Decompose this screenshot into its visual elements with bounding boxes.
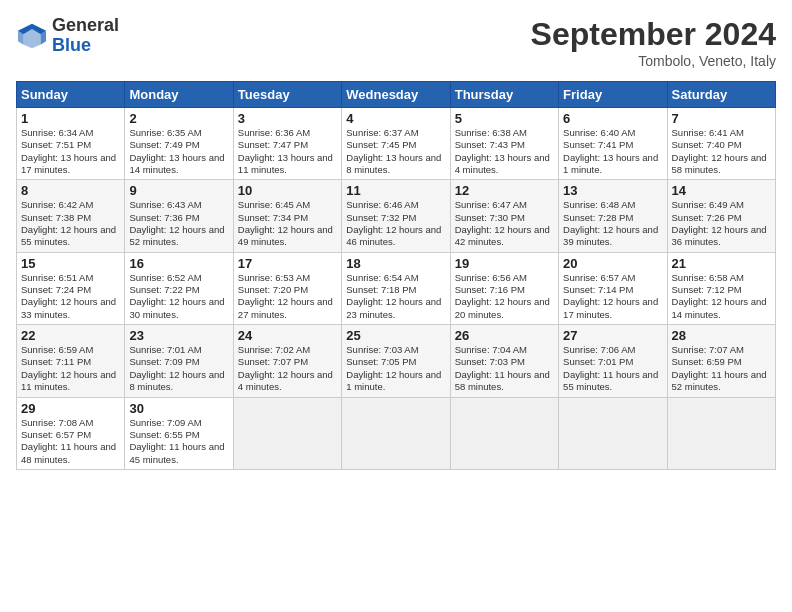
day-number: 5 [455,111,554,126]
day-cell [450,397,558,469]
calendar-body: 1 Sunrise: 6:34 AM Sunset: 7:51 PM Dayli… [17,108,776,470]
logo: General Blue [16,16,119,56]
week-row-4: 22 Sunrise: 6:59 AM Sunset: 7:11 PM Dayl… [17,325,776,397]
day-cell: 8 Sunrise: 6:42 AM Sunset: 7:38 PM Dayli… [17,180,125,252]
day-number: 22 [21,328,120,343]
day-info: Sunrise: 6:42 AM Sunset: 7:38 PM Dayligh… [21,199,120,248]
day-info: Sunrise: 6:35 AM Sunset: 7:49 PM Dayligh… [129,127,228,176]
day-number: 2 [129,111,228,126]
header-wednesday: Wednesday [342,82,450,108]
main-container: General Blue September 2024 Tombolo, Ven… [0,0,792,478]
day-cell: 27 Sunrise: 7:06 AM Sunset: 7:01 PM Dayl… [559,325,667,397]
day-cell: 25 Sunrise: 7:03 AM Sunset: 7:05 PM Dayl… [342,325,450,397]
day-number: 23 [129,328,228,343]
day-cell: 17 Sunrise: 6:53 AM Sunset: 7:20 PM Dayl… [233,252,341,324]
day-cell [559,397,667,469]
day-cell: 7 Sunrise: 6:41 AM Sunset: 7:40 PM Dayli… [667,108,775,180]
day-info: Sunrise: 7:07 AM Sunset: 6:59 PM Dayligh… [672,344,771,393]
day-info: Sunrise: 6:53 AM Sunset: 7:20 PM Dayligh… [238,272,337,321]
day-info: Sunrise: 6:48 AM Sunset: 7:28 PM Dayligh… [563,199,662,248]
day-cell: 11 Sunrise: 6:46 AM Sunset: 7:32 PM Dayl… [342,180,450,252]
location: Tombolo, Veneto, Italy [531,53,776,69]
header: General Blue September 2024 Tombolo, Ven… [16,16,776,69]
header-friday: Friday [559,82,667,108]
day-number: 3 [238,111,337,126]
header-saturday: Saturday [667,82,775,108]
day-info: Sunrise: 6:45 AM Sunset: 7:34 PM Dayligh… [238,199,337,248]
day-info: Sunrise: 6:54 AM Sunset: 7:18 PM Dayligh… [346,272,445,321]
day-info: Sunrise: 6:52 AM Sunset: 7:22 PM Dayligh… [129,272,228,321]
day-cell: 2 Sunrise: 6:35 AM Sunset: 7:49 PM Dayli… [125,108,233,180]
day-info: Sunrise: 6:49 AM Sunset: 7:26 PM Dayligh… [672,199,771,248]
day-cell: 15 Sunrise: 6:51 AM Sunset: 7:24 PM Dayl… [17,252,125,324]
day-cell: 14 Sunrise: 6:49 AM Sunset: 7:26 PM Dayl… [667,180,775,252]
day-number: 15 [21,256,120,271]
day-info: Sunrise: 7:03 AM Sunset: 7:05 PM Dayligh… [346,344,445,393]
day-cell: 28 Sunrise: 7:07 AM Sunset: 6:59 PM Dayl… [667,325,775,397]
day-number: 20 [563,256,662,271]
day-info: Sunrise: 6:34 AM Sunset: 7:51 PM Dayligh… [21,127,120,176]
day-info: Sunrise: 7:04 AM Sunset: 7:03 PM Dayligh… [455,344,554,393]
day-info: Sunrise: 6:57 AM Sunset: 7:14 PM Dayligh… [563,272,662,321]
logo-icon [16,22,48,50]
day-number: 25 [346,328,445,343]
day-info: Sunrise: 6:46 AM Sunset: 7:32 PM Dayligh… [346,199,445,248]
day-cell: 5 Sunrise: 6:38 AM Sunset: 7:43 PM Dayli… [450,108,558,180]
day-number: 30 [129,401,228,416]
day-number: 12 [455,183,554,198]
header-thursday: Thursday [450,82,558,108]
day-cell: 4 Sunrise: 6:37 AM Sunset: 7:45 PM Dayli… [342,108,450,180]
day-cell: 30 Sunrise: 7:09 AM Sunset: 6:55 PM Dayl… [125,397,233,469]
calendar-table: Sunday Monday Tuesday Wednesday Thursday… [16,81,776,470]
day-number: 19 [455,256,554,271]
day-cell: 16 Sunrise: 6:52 AM Sunset: 7:22 PM Dayl… [125,252,233,324]
calendar-header: Sunday Monday Tuesday Wednesday Thursday… [17,82,776,108]
day-info: Sunrise: 6:59 AM Sunset: 7:11 PM Dayligh… [21,344,120,393]
header-tuesday: Tuesday [233,82,341,108]
day-cell: 12 Sunrise: 6:47 AM Sunset: 7:30 PM Dayl… [450,180,558,252]
day-cell [342,397,450,469]
day-number: 8 [21,183,120,198]
day-number: 27 [563,328,662,343]
day-cell: 13 Sunrise: 6:48 AM Sunset: 7:28 PM Dayl… [559,180,667,252]
day-cell: 20 Sunrise: 6:57 AM Sunset: 7:14 PM Dayl… [559,252,667,324]
header-sunday: Sunday [17,82,125,108]
day-info: Sunrise: 6:47 AM Sunset: 7:30 PM Dayligh… [455,199,554,248]
day-cell [233,397,341,469]
day-cell: 18 Sunrise: 6:54 AM Sunset: 7:18 PM Dayl… [342,252,450,324]
month-title: September 2024 [531,16,776,53]
header-monday: Monday [125,82,233,108]
day-number: 13 [563,183,662,198]
day-cell: 9 Sunrise: 6:43 AM Sunset: 7:36 PM Dayli… [125,180,233,252]
day-number: 28 [672,328,771,343]
day-number: 16 [129,256,228,271]
day-cell [667,397,775,469]
day-info: Sunrise: 6:51 AM Sunset: 7:24 PM Dayligh… [21,272,120,321]
day-info: Sunrise: 6:36 AM Sunset: 7:47 PM Dayligh… [238,127,337,176]
day-cell: 3 Sunrise: 6:36 AM Sunset: 7:47 PM Dayli… [233,108,341,180]
day-number: 11 [346,183,445,198]
day-number: 24 [238,328,337,343]
day-number: 29 [21,401,120,416]
day-cell: 22 Sunrise: 6:59 AM Sunset: 7:11 PM Dayl… [17,325,125,397]
day-number: 9 [129,183,228,198]
day-number: 14 [672,183,771,198]
header-row: Sunday Monday Tuesday Wednesday Thursday… [17,82,776,108]
week-row-5: 29 Sunrise: 7:08 AM Sunset: 6:57 PM Dayl… [17,397,776,469]
day-info: Sunrise: 6:40 AM Sunset: 7:41 PM Dayligh… [563,127,662,176]
day-number: 7 [672,111,771,126]
day-cell: 23 Sunrise: 7:01 AM Sunset: 7:09 PM Dayl… [125,325,233,397]
day-info: Sunrise: 6:43 AM Sunset: 7:36 PM Dayligh… [129,199,228,248]
day-info: Sunrise: 6:58 AM Sunset: 7:12 PM Dayligh… [672,272,771,321]
title-section: September 2024 Tombolo, Veneto, Italy [531,16,776,69]
day-number: 26 [455,328,554,343]
day-info: Sunrise: 6:41 AM Sunset: 7:40 PM Dayligh… [672,127,771,176]
day-info: Sunrise: 6:37 AM Sunset: 7:45 PM Dayligh… [346,127,445,176]
day-info: Sunrise: 7:09 AM Sunset: 6:55 PM Dayligh… [129,417,228,466]
day-number: 18 [346,256,445,271]
logo-general: General [52,15,119,35]
day-number: 21 [672,256,771,271]
week-row-3: 15 Sunrise: 6:51 AM Sunset: 7:24 PM Dayl… [17,252,776,324]
day-number: 6 [563,111,662,126]
day-cell: 6 Sunrise: 6:40 AM Sunset: 7:41 PM Dayli… [559,108,667,180]
